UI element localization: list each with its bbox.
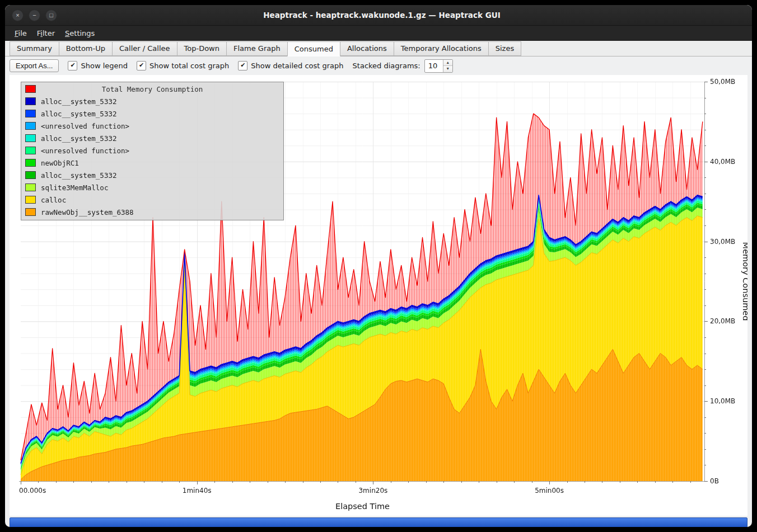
menu-bar: FileFilterSettings bbox=[5, 26, 752, 41]
titlebar: × − □ Heaptrack - heaptrack.wakunode.1.g… bbox=[5, 5, 752, 26]
legend-entry: alloc__system_5332 bbox=[21, 132, 283, 144]
legend-swatch bbox=[25, 147, 36, 154]
legend-entry: rawNewObj__system_6388 bbox=[21, 206, 283, 218]
legend-entry: alloc__system_5332 bbox=[21, 107, 283, 120]
legend-entry: <unresolved function> bbox=[21, 120, 283, 132]
minimize-button[interactable]: − bbox=[29, 10, 40, 21]
close-button[interactable]: × bbox=[12, 10, 24, 21]
legend-label: <unresolved function> bbox=[41, 122, 129, 130]
chart-area: Total Memory Consumptionalloc__system_53… bbox=[10, 75, 747, 516]
legend-swatch bbox=[25, 183, 36, 191]
legend-swatch bbox=[25, 110, 36, 117]
legend-label: alloc__system_5332 bbox=[41, 171, 116, 180]
checkmark-icon: ✔ bbox=[238, 61, 247, 70]
spin-down-button[interactable]: ▾ bbox=[443, 65, 452, 72]
menu-settings[interactable]: Settings bbox=[60, 27, 100, 39]
legend-swatch bbox=[25, 97, 36, 105]
legend-label: alloc__system_5332 bbox=[41, 97, 116, 106]
legend-entry: <unresolved function> bbox=[21, 144, 283, 157]
checkmark-icon: ✔ bbox=[137, 61, 146, 70]
spin-arrows: ▴ ▾ bbox=[443, 60, 452, 72]
checkmark-icon: ✔ bbox=[68, 61, 77, 70]
timeline-bar[interactable] bbox=[10, 517, 747, 528]
window-title: Heaptrack - heaptrack.wakunode.1.gz — He… bbox=[73, 11, 690, 20]
tab-summary[interactable]: Summary bbox=[10, 41, 59, 56]
checkbox-label: Show legend bbox=[81, 62, 128, 70]
tab-consumed[interactable]: Consumed bbox=[287, 41, 340, 57]
tab-caller-callee[interactable]: Caller / Callee bbox=[112, 41, 177, 56]
legend-label: alloc__system_5332 bbox=[41, 134, 116, 143]
stacked-diagrams-value[interactable]: 10 bbox=[425, 60, 443, 72]
legend-swatch bbox=[25, 171, 36, 179]
legend-entry: calloc bbox=[21, 194, 283, 206]
legend-entry: alloc__system_5332 bbox=[21, 169, 283, 181]
legend-title: Total Memory Consumption bbox=[21, 85, 283, 93]
heaptrack-window: × − □ Heaptrack - heaptrack.wakunode.1.g… bbox=[4, 4, 753, 528]
export-as-button[interactable]: Export As... bbox=[10, 59, 59, 72]
stacked-diagrams-spinbox[interactable]: 10 ▴ ▾ bbox=[424, 59, 453, 73]
checkbox-show-legend[interactable]: ✔Show legend bbox=[68, 61, 128, 70]
legend-swatch bbox=[25, 122, 36, 130]
menu-file[interactable]: File bbox=[10, 27, 32, 39]
checkbox-group: ✔Show legend✔Show total cost graph✔Show … bbox=[68, 61, 343, 70]
legend-swatch bbox=[25, 208, 36, 216]
legend-entry: sqlite3MemMalloc bbox=[21, 181, 283, 194]
checkbox-label: Show total cost graph bbox=[149, 62, 229, 70]
legend-entry: newObjRC1 bbox=[21, 157, 283, 169]
window-controls: × − □ bbox=[5, 10, 73, 21]
legend-label: sqlite3MemMalloc bbox=[41, 183, 108, 192]
maximize-button[interactable]: □ bbox=[45, 10, 57, 21]
tab-temporary-allocations[interactable]: Temporary Allocations bbox=[394, 41, 489, 56]
legend-title-row: Total Memory Consumption bbox=[21, 83, 283, 95]
legend-swatch bbox=[25, 159, 36, 167]
tab-flame-graph[interactable]: Flame Graph bbox=[226, 41, 288, 56]
maximize-icon: □ bbox=[49, 12, 53, 18]
spin-up-button[interactable]: ▴ bbox=[443, 60, 452, 66]
legend-swatch bbox=[25, 134, 36, 142]
legend-label: rawNewObj__system_6388 bbox=[41, 208, 134, 216]
checkbox-show-total-cost-graph[interactable]: ✔Show total cost graph bbox=[137, 61, 229, 70]
legend-label: alloc__system_5332 bbox=[41, 110, 116, 118]
tab-bottom-up[interactable]: Bottom-Up bbox=[59, 41, 113, 56]
legend-swatch bbox=[25, 196, 36, 204]
legend-label: calloc bbox=[41, 196, 66, 204]
close-icon: × bbox=[16, 12, 19, 18]
checkbox-show-detailed-cost-graph[interactable]: ✔Show detailed cost graph bbox=[238, 61, 343, 70]
legend-entry: alloc__system_5332 bbox=[21, 95, 283, 107]
toolbar: Export As... ✔Show legend✔Show total cos… bbox=[5, 57, 752, 75]
stacked-diagrams-label: Stacked diagrams: bbox=[353, 62, 420, 70]
tab-top-down[interactable]: Top-Down bbox=[177, 41, 227, 56]
legend-label: newObjRC1 bbox=[41, 159, 79, 167]
tab-sizes[interactable]: Sizes bbox=[488, 41, 521, 56]
menu-filter[interactable]: Filter bbox=[32, 27, 60, 39]
checkbox-label: Show detailed cost graph bbox=[251, 62, 343, 70]
chart-legend: Total Memory Consumptionalloc__system_53… bbox=[21, 82, 284, 220]
tab-allocations[interactable]: Allocations bbox=[340, 41, 394, 56]
tab-bar: SummaryBottom-UpCaller / CalleeTop-DownF… bbox=[5, 41, 752, 57]
stacked-diagrams-control: Stacked diagrams: 10 ▴ ▾ bbox=[353, 59, 453, 73]
minimize-icon: − bbox=[32, 12, 36, 18]
legend-label: <unresolved function> bbox=[41, 147, 129, 155]
